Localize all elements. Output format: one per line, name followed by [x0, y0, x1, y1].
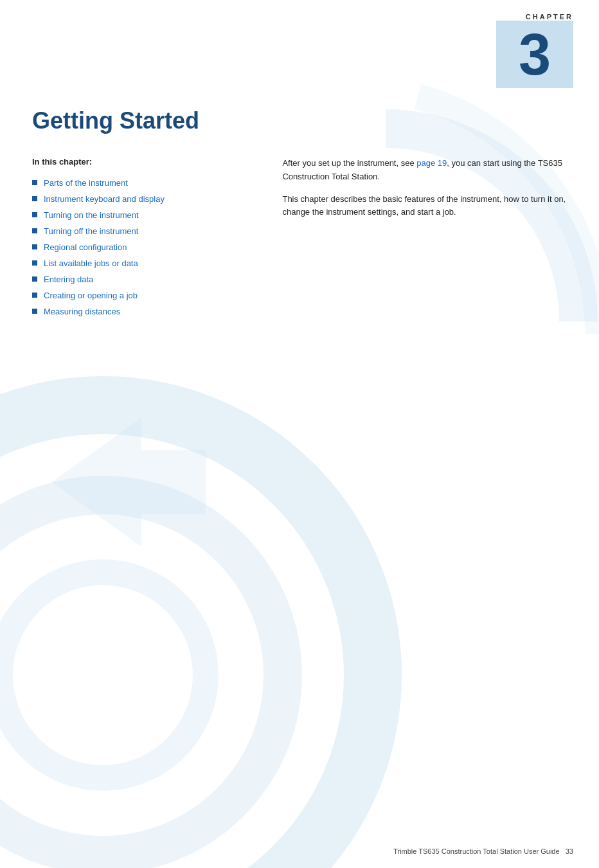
intro-paragraph-2: This chapter describes the basic feature… [282, 193, 567, 220]
list-item: List available jobs or data [32, 258, 256, 268]
chapter-header: CHAPTER 3 [0, 0, 599, 88]
svg-point-2 [0, 572, 206, 778]
bullet-icon [32, 293, 37, 298]
list-item: Creating or opening a job [32, 291, 256, 300]
bullet-icon [32, 309, 37, 314]
parts-link[interactable]: Parts of the instrument [44, 178, 128, 188]
list-item: Regional configuration [32, 242, 256, 252]
two-column-layout: In this chapter: Parts of the instrument… [32, 157, 567, 323]
chapter-label: CHAPTER [526, 13, 573, 21]
bullet-icon [32, 196, 37, 201]
intro-paragraph-1: After you set up the instrument, see pag… [282, 157, 567, 184]
svg-point-1 [0, 495, 283, 855]
list-item: Parts of the instrument [32, 178, 256, 188]
creating-link[interactable]: Creating or opening a job [44, 291, 138, 300]
page19-link[interactable]: page 19 [416, 158, 447, 168]
list-item: Turning on the instrument [32, 210, 256, 220]
bullet-icon [32, 212, 37, 217]
list-item: Measuring distances [32, 307, 256, 316]
intro-p1-before-link: After you set up the instrument, see [282, 158, 416, 168]
bullet-icon [32, 276, 37, 282]
page-footer: Trimble TS635 Construction Total Station… [393, 847, 573, 855]
main-content: Getting Started In this chapter: Parts o… [0, 88, 599, 355]
keyboard-link[interactable]: Instrument keyboard and display [44, 194, 165, 204]
svg-point-0 [0, 405, 373, 868]
list-item: Turning off the instrument [32, 226, 256, 236]
entering-link[interactable]: Entering data [44, 275, 93, 284]
measuring-link[interactable]: Measuring distances [44, 307, 120, 316]
turning-on-link[interactable]: Turning on the instrument [44, 210, 139, 220]
chapter-list: Parts of the instrument Instrument keybo… [32, 178, 256, 316]
regional-link[interactable]: Regional configuration [44, 242, 127, 252]
footer-text: Trimble TS635 Construction Total Station… [393, 847, 559, 855]
bullet-icon [32, 228, 37, 233]
list-item: Entering data [32, 275, 256, 284]
chapter-number-box: 3 [496, 21, 573, 88]
list-jobs-link[interactable]: List available jobs or data [44, 258, 138, 268]
list-item: Instrument keyboard and display [32, 194, 256, 204]
right-column: After you set up the instrument, see pag… [282, 157, 567, 323]
bullet-icon [32, 260, 37, 266]
left-column: In this chapter: Parts of the instrument… [32, 157, 256, 323]
turning-off-link[interactable]: Turning off the instrument [44, 226, 138, 236]
page-number: 33 [566, 847, 573, 855]
bullet-icon [32, 244, 37, 249]
bullet-icon [32, 180, 37, 185]
in-this-chapter-heading: In this chapter: [32, 157, 256, 167]
chapter-number: 3 [519, 26, 551, 84]
page-title: Getting Started [32, 107, 567, 134]
